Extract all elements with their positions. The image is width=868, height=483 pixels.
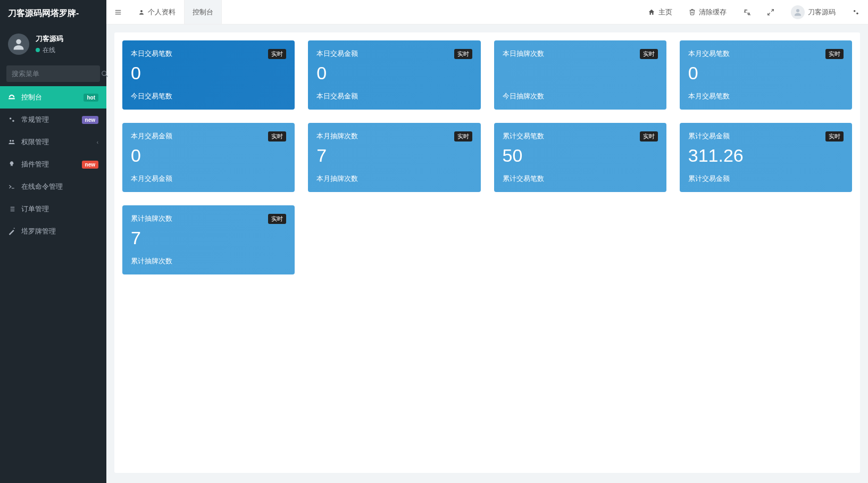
magic-icon — [8, 228, 16, 235]
badge-new: new — [82, 161, 98, 169]
status-dot-icon — [36, 48, 40, 52]
stat-title: 本日抽牌次数 — [503, 49, 544, 59]
stat-subtitle: 本月交易金额 — [131, 169, 286, 184]
chevron-left-icon: ‹ — [97, 139, 98, 145]
sidebar-item-general[interactable]: 常规管理 new — [0, 109, 106, 131]
stat-value: 311.26 — [688, 145, 844, 166]
stat-value: 7 — [131, 227, 286, 249]
main-content: 本日交易笔数实时0今日交易笔数本日交易金额实时0本日交易金额本日抽牌次数实时今日… — [106, 0, 868, 473]
stat-card[interactable]: 累计抽牌次数实时7累计抽牌次数 — [122, 205, 295, 274]
stat-card[interactable]: 本月交易笔数实时0本月交易笔数 — [680, 40, 852, 110]
user-icon — [138, 9, 145, 15]
stat-subtitle: 累计交易金额 — [688, 169, 844, 184]
svg-point-7 — [12, 140, 14, 142]
sidebar-item-order[interactable]: 订单管理 — [0, 198, 106, 220]
svg-point-22 — [854, 10, 856, 12]
sidebar-item-label: 控制台 — [21, 93, 78, 102]
stat-subtitle: 本月抽牌次数 — [316, 169, 472, 184]
tab-label: 个人资料 — [148, 7, 176, 17]
expand-icon — [767, 9, 774, 16]
home-button[interactable]: 主页 — [640, 0, 681, 24]
realtime-badge: 实时 — [640, 131, 658, 141]
svg-point-21 — [796, 9, 799, 12]
sidebar-item-permission[interactable]: 权限管理 ‹ — [0, 131, 106, 153]
rocket-icon — [8, 161, 16, 168]
svg-point-18 — [140, 10, 143, 12]
settings-button[interactable] — [844, 0, 868, 24]
svg-point-23 — [856, 12, 858, 14]
svg-line-2 — [106, 74, 108, 77]
username-label: 刀客源码 — [808, 7, 836, 17]
stat-title: 本月交易笔数 — [688, 49, 730, 59]
stat-value: 0 — [688, 62, 844, 84]
cogs-icon — [852, 9, 859, 16]
terminal-icon — [8, 183, 16, 190]
sidebar-item-label: 在线命令管理 — [21, 182, 98, 191]
stat-title: 累计交易笔数 — [503, 131, 544, 141]
sidebar: 刀客源码网塔罗牌- 刀客源码 在线 控制台 hot 常规管理 — [0, 0, 106, 481]
sidebar-item-tarot[interactable]: 塔罗牌管理 — [0, 220, 106, 243]
sidebar-item-dashboard[interactable]: 控制台 hot — [0, 86, 106, 109]
sidebar-item-label: 塔罗牌管理 — [21, 227, 98, 236]
realtime-badge: 实时 — [268, 214, 286, 224]
svg-point-6 — [10, 140, 12, 142]
stat-title: 本日交易笔数 — [131, 49, 172, 59]
fullscreen-button[interactable] — [759, 0, 783, 24]
sidebar-item-label: 常规管理 — [21, 115, 77, 124]
svg-point-4 — [10, 118, 12, 120]
stat-card[interactable]: 累计交易金额实时311.26累计交易金额 — [680, 123, 852, 192]
menu-toggle-button[interactable] — [106, 0, 130, 24]
trash-icon — [689, 9, 696, 15]
realtime-badge: 实时 — [640, 49, 658, 59]
stat-card[interactable]: 本月交易金额实时0本月交易金额 — [122, 123, 295, 192]
search-input[interactable] — [12, 70, 101, 78]
language-button[interactable] — [735, 0, 759, 24]
list-icon — [8, 205, 16, 213]
realtime-badge: 实时 — [454, 49, 472, 59]
stat-card[interactable]: 本日抽牌次数实时今日抽牌次数 — [494, 40, 666, 110]
stat-card[interactable]: 本日交易金额实时0本日交易金额 — [308, 40, 480, 110]
realtime-badge: 实时 — [825, 49, 844, 59]
sidebar-search — [0, 61, 106, 86]
top-header: 个人资料 控制台 主页 清除缓存 刀客源码 — [106, 0, 868, 24]
stat-title: 本月抽牌次数 — [316, 131, 358, 141]
tab-dashboard[interactable]: 控制台 — [184, 0, 222, 24]
home-icon — [648, 9, 655, 16]
svg-line-20 — [768, 13, 770, 15]
svg-point-5 — [12, 120, 14, 122]
stat-subtitle: 今日交易笔数 — [131, 86, 286, 101]
realtime-badge: 实时 — [268, 49, 286, 59]
clear-cache-button[interactable]: 清除缓存 — [681, 0, 735, 24]
realtime-badge: 实时 — [825, 131, 844, 141]
avatar — [791, 5, 805, 19]
stat-subtitle: 累计交易笔数 — [503, 169, 658, 184]
stat-title: 本日交易金额 — [316, 49, 358, 59]
tab-label: 控制台 — [193, 7, 213, 17]
stat-card[interactable]: 累计交易笔数实时50累计交易笔数 — [494, 123, 666, 192]
sidebar-item-label: 订单管理 — [21, 204, 98, 214]
bars-icon — [114, 9, 122, 16]
realtime-badge: 实时 — [268, 131, 286, 141]
svg-point-1 — [102, 71, 106, 75]
user-menu[interactable]: 刀客源码 — [783, 0, 844, 24]
stat-subtitle: 本月交易笔数 — [688, 86, 844, 101]
avatar — [8, 34, 29, 55]
stat-card[interactable]: 本月抽牌次数实时7本月抽牌次数 — [308, 123, 480, 192]
clear-cache-label: 清除缓存 — [699, 7, 727, 17]
stat-subtitle: 累计抽牌次数 — [131, 251, 286, 266]
status-text: 在线 — [43, 46, 55, 55]
svg-point-0 — [16, 39, 21, 44]
search-icon[interactable] — [101, 70, 108, 78]
stat-value: 0 — [131, 145, 286, 166]
group-icon — [8, 138, 16, 146]
user-icon — [11, 37, 26, 52]
dashboard-icon — [8, 94, 16, 101]
sidebar-item-command[interactable]: 在线命令管理 — [0, 176, 106, 198]
sidebar-item-plugin[interactable]: 插件管理 new — [0, 153, 106, 176]
stat-card[interactable]: 本日交易笔数实时0今日交易笔数 — [122, 40, 295, 110]
stat-title: 本月交易金额 — [131, 131, 172, 141]
stat-value: 7 — [316, 145, 472, 166]
tab-profile[interactable]: 个人资料 — [130, 0, 184, 24]
svg-rect-3 — [9, 98, 15, 99]
stats-grid: 本日交易笔数实时0今日交易笔数本日交易金额实时0本日交易金额本日抽牌次数实时今日… — [122, 40, 852, 274]
